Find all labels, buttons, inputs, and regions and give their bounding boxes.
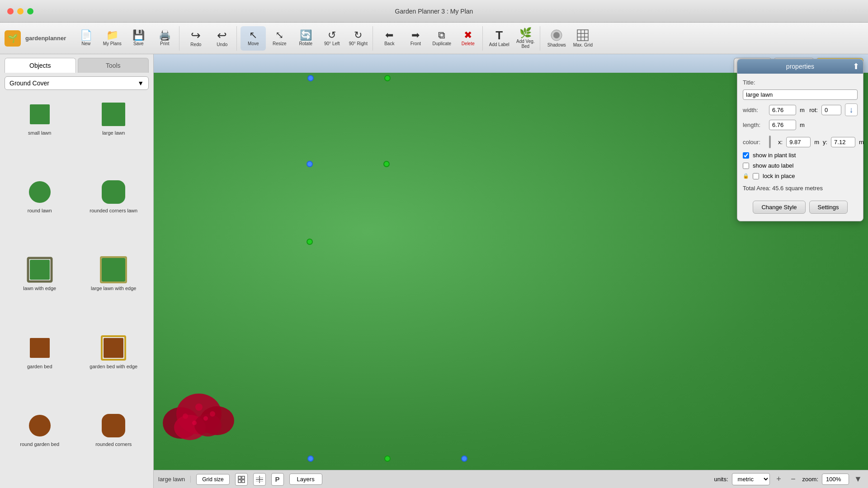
settings-button[interactable]: Settings: [809, 201, 848, 214]
back-icon: ⬅: [385, 30, 393, 40]
redo-button[interactable]: ↪ Redo: [183, 26, 208, 51]
list-item[interactable]: large lawn: [78, 97, 150, 173]
svg-point-26: [195, 404, 203, 411]
duplicate-button[interactable]: ⧉ Duplicate: [429, 26, 454, 51]
new-icon: 📄: [80, 30, 92, 40]
list-item[interactable]: lawn with edge: [4, 253, 76, 328]
list-item[interactable]: rounded corners: [78, 408, 150, 484]
control-point-mid-right[interactable]: [307, 239, 313, 245]
grid-dots-button[interactable]: [253, 473, 266, 486]
app-logo: 🌱: [5, 30, 21, 47]
resize-button[interactable]: ⤡ Resize: [267, 26, 292, 51]
props-collapse-button[interactable]: ⬆: [853, 61, 859, 71]
change-style-button[interactable]: Change Style: [753, 201, 805, 214]
props-buttons: Change Style Settings: [743, 197, 858, 216]
print-button[interactable]: 🖨️ Print: [152, 26, 177, 51]
title-input[interactable]: [743, 89, 858, 100]
transform-group: ↖ Move ⤡ Resize 🔄 Rotate ↺ 90° Left ↻ 90…: [239, 26, 373, 51]
small-lawn-thumb: [26, 101, 53, 128]
units-select[interactable]: metric imperial: [732, 473, 770, 485]
length-row: length: m: [743, 120, 858, 130]
close-button[interactable]: [7, 8, 14, 14]
control-point-top-right[interactable]: [384, 75, 391, 81]
myplans-button[interactable]: 📁 My Plans: [99, 26, 125, 51]
props-header: properties ⬆: [737, 59, 863, 74]
rotate-button[interactable]: 🔄 Rotate: [293, 26, 318, 51]
duplicate-icon: ⧉: [438, 30, 445, 40]
zoom-out-button[interactable]: −: [788, 474, 799, 485]
svg-point-9: [29, 181, 51, 203]
add-label-button[interactable]: T Add Label: [486, 26, 512, 51]
list-item[interactable]: round lawn: [4, 175, 76, 251]
show-plant-list-checkbox[interactable]: [743, 152, 749, 159]
lock-in-place-row: 🔒 lock in place: [743, 173, 858, 179]
shadows-button[interactable]: Shadows: [544, 26, 569, 51]
svg-rect-7: [30, 104, 50, 124]
save-button[interactable]: 💾 Save: [126, 26, 151, 51]
show-plant-list-row: show in plant list: [743, 152, 858, 159]
rotation-input[interactable]: [821, 105, 841, 115]
list-item[interactable]: garden bed: [4, 331, 76, 407]
move-button[interactable]: ↖ Move: [241, 26, 266, 51]
list-item[interactable]: small lawn: [4, 97, 76, 173]
colour-row: colour: x: m y: m: [743, 136, 858, 148]
list-item[interactable]: garden bed with edge: [78, 331, 150, 407]
list-item[interactable]: large lawn with edge: [78, 253, 150, 328]
length-input[interactable]: [769, 120, 796, 130]
zoom-in-button[interactable]: +: [774, 474, 784, 485]
title-bar: Garden Planner 3 : My Plan: [0, 0, 868, 23]
new-button[interactable]: 📄 New: [73, 26, 99, 51]
max-grid-button[interactable]: Max. Grid: [570, 26, 595, 51]
zoom-label: zoom:: [802, 476, 818, 483]
delete-button[interactable]: ✖ Delete: [455, 26, 481, 51]
undo-button[interactable]: ↩ Undo: [209, 26, 235, 51]
save-icon: 💾: [132, 30, 145, 40]
x-input[interactable]: [786, 137, 811, 147]
control-point-mid-left[interactable]: [307, 161, 313, 167]
tab-tools[interactable]: Tools: [78, 58, 149, 73]
maximize-button[interactable]: [27, 8, 33, 14]
control-point-bottom-middle[interactable]: [384, 455, 391, 462]
print-icon: 🖨️: [159, 30, 171, 40]
app-toolbar: 🌱 gardenplanner 📄 New 📁 My Plans 💾 Save …: [0, 23, 868, 54]
panel-tabs: Objects Tools: [0, 54, 153, 73]
category-dropdown[interactable]: Ground Cover ▼: [5, 76, 149, 90]
status-label: large lawn: [158, 476, 191, 483]
show-auto-label-checkbox[interactable]: [743, 163, 749, 169]
90right-button[interactable]: ↻ 90° Right: [345, 26, 371, 51]
rotate-icon: 🔄: [300, 30, 312, 40]
view-group: Shadows Max. Grid: [542, 26, 597, 51]
width-input[interactable]: [769, 105, 796, 115]
list-item[interactable]: round garden bed: [4, 408, 76, 484]
pin-button[interactable]: P: [271, 473, 284, 486]
lock-in-place-checkbox[interactable]: [753, 173, 759, 179]
grid-view-button[interactable]: [235, 473, 248, 486]
front-icon: ➡: [411, 30, 420, 40]
control-point-bottom-center[interactable]: [307, 455, 314, 462]
colour-swatch[interactable]: [769, 136, 771, 148]
control-point-bottom-right[interactable]: [461, 455, 467, 462]
dropdown-arrow-icon: ▼: [137, 80, 144, 87]
garden-bed-thumb: [26, 334, 53, 361]
grid-size-button[interactable]: Grid size: [196, 474, 229, 485]
y-input[interactable]: [831, 137, 855, 147]
zoom-expand-button[interactable]: ▼: [853, 474, 863, 485]
control-point-top-center[interactable]: [307, 75, 314, 81]
90left-icon: ↺: [328, 30, 336, 40]
control-point-mid-mid[interactable]: [383, 161, 390, 167]
list-item[interactable]: rounded corners lawn: [78, 175, 150, 251]
grid-icon: [238, 476, 245, 483]
layers-button[interactable]: Layers: [289, 474, 322, 485]
front-button[interactable]: ➡ Front: [403, 26, 428, 51]
add-veg-bed-button[interactable]: 🌿 Add Veg. Bed: [513, 26, 538, 51]
object-grid: small lawn large lawn round lawn: [0, 94, 153, 488]
svg-rect-31: [242, 476, 245, 479]
90left-button[interactable]: ↺ 90° Left: [319, 26, 344, 51]
rotation-widget[interactable]: ↓: [845, 103, 858, 116]
minimize-button[interactable]: [17, 8, 24, 14]
add-veg-bed-icon: 🌿: [519, 28, 532, 38]
round-garden-bed-thumb: [26, 412, 53, 439]
svg-point-25: [183, 413, 188, 419]
back-button[interactable]: ⬅ Back: [377, 26, 402, 51]
tab-objects[interactable]: Objects: [5, 58, 76, 73]
